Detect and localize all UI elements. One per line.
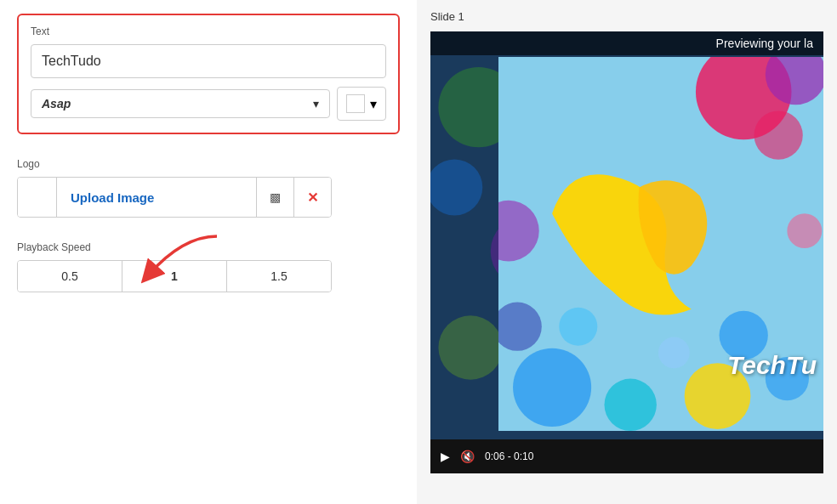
upload-row: Upload Image ▩ ✕: [17, 177, 332, 218]
preview-text: Previewing your la: [716, 37, 813, 50]
font-name: Asap: [42, 97, 71, 110]
speed-1-button[interactable]: 1: [122, 261, 227, 292]
preview-container: Previewing your la: [430, 31, 823, 473]
svg-point-14: [604, 379, 656, 431]
inner-slide: TechTu: [498, 57, 823, 431]
logo-section: Logo Upload Image ▩ ✕: [17, 158, 400, 218]
font-select[interactable]: Asap ▾: [31, 89, 330, 118]
svg-point-12: [754, 110, 802, 159]
color-select[interactable]: ▾: [337, 87, 386, 121]
speed-0.5-button[interactable]: 0.5: [18, 261, 122, 292]
playback-section: Playback Speed 0.5 1 1.5: [17, 241, 400, 292]
text-section: Text Asap ▾ ▾: [17, 14, 400, 134]
remove-image-button[interactable]: ✕: [293, 178, 331, 217]
logo-preview-box: [18, 178, 57, 217]
play-button[interactable]: ▶: [441, 450, 450, 463]
svg-point-21: [498, 303, 542, 351]
edit-image-button[interactable]: ▩: [256, 178, 293, 217]
svg-point-22: [787, 213, 822, 248]
svg-point-7: [438, 315, 502, 379]
speed-row: 0.5 1 1.5: [17, 260, 332, 292]
text-input[interactable]: [31, 44, 386, 78]
close-icon: ✕: [307, 190, 318, 206]
font-chevron-icon: ▾: [313, 97, 319, 110]
svg-point-1: [430, 159, 482, 215]
svg-point-20: [498, 201, 539, 262]
preview-header: Previewing your la: [430, 31, 823, 55]
video-controls: ▶ 🔇 0:06 - 0:10: [430, 439, 823, 473]
speed-1.5-button[interactable]: 1.5: [227, 261, 331, 292]
right-panel: Slide 1 Previewing your la: [417, 0, 837, 504]
upload-image-button[interactable]: Upload Image: [57, 180, 256, 215]
color-chevron-icon: ▾: [370, 96, 377, 112]
time-display: 0:06 - 0:10: [485, 450, 533, 462]
left-panel: Text Asap ▾ ▾ Logo Upload Image ▩ ✕: [0, 0, 417, 504]
playback-section-label: Playback Speed: [17, 241, 400, 253]
svg-point-17: [559, 308, 597, 346]
color-box: [346, 94, 365, 113]
text-section-label: Text: [31, 25, 386, 37]
slide-label: Slide 1: [430, 10, 823, 23]
mute-button[interactable]: 🔇: [460, 450, 475, 463]
edit-icon: ▩: [270, 190, 281, 204]
svg-point-18: [658, 337, 690, 368]
svg-point-13: [513, 348, 591, 427]
slide-title: TechTu: [727, 351, 817, 380]
logo-section-label: Logo: [17, 158, 400, 170]
font-row: Asap ▾ ▾: [31, 87, 386, 121]
